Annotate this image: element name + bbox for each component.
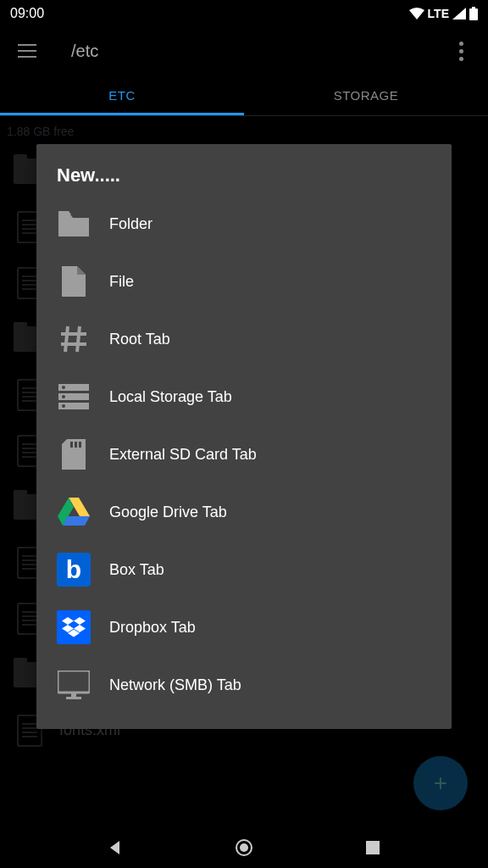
svg-rect-11 <box>58 670 90 693</box>
home-button[interactable] <box>230 834 258 861</box>
dialog-item-label: Dropbox Tab <box>109 619 196 637</box>
svg-rect-13 <box>66 697 81 699</box>
dialog-title: New..... <box>36 164 452 195</box>
folder-icon <box>57 207 91 241</box>
dialog-item-box[interactable]: bBox Tab <box>36 541 452 598</box>
home-icon <box>235 838 253 857</box>
new-dialog: New..... FolderFileRoot TabLocal Storage… <box>36 144 452 729</box>
dialog-item-label: External SD Card Tab <box>109 446 257 464</box>
dialog-item-label: Box Tab <box>109 561 164 579</box>
svg-point-15 <box>240 843 248 852</box>
file-icon <box>57 264 91 298</box>
dialog-item-label: Folder <box>109 215 152 233</box>
dialog-item-label: Local Storage Tab <box>109 388 232 406</box>
svg-rect-10 <box>79 442 81 448</box>
nav-bar <box>0 827 488 868</box>
dialog-overlay[interactable]: New..... FolderFileRoot TabLocal Storage… <box>0 0 488 868</box>
back-icon <box>107 839 124 856</box>
svg-rect-16 <box>366 841 380 854</box>
dialog-item-label: File <box>109 273 134 291</box>
svg-point-6 <box>62 395 65 398</box>
dropbox-icon <box>57 610 91 644</box>
dialog-item-dropbox[interactable]: Dropbox Tab <box>36 598 452 656</box>
dialog-item-label: Google Drive Tab <box>109 504 227 521</box>
dialog-item-label: Root Tab <box>109 331 170 348</box>
dialog-item-folder[interactable]: Folder <box>36 195 452 253</box>
dialog-item-label: Network (SMB) Tab <box>109 676 241 694</box>
monitor-icon <box>57 668 91 702</box>
svg-rect-8 <box>70 442 73 448</box>
gdrive-icon <box>57 495 91 529</box>
svg-point-7 <box>62 404 65 408</box>
dialog-item-hash[interactable]: Root Tab <box>36 310 452 368</box>
svg-point-5 <box>62 386 65 389</box>
square-icon <box>365 840 380 855</box>
dialog-item-sd[interactable]: External SD Card Tab <box>36 426 452 483</box>
dialog-item-gdrive[interactable]: Google Drive Tab <box>36 483 452 541</box>
dialog-item-file[interactable]: File <box>36 253 452 310</box>
dialog-item-storage[interactable]: Local Storage Tab <box>36 368 452 426</box>
storage-icon <box>57 380 91 414</box>
hash-icon <box>57 322 91 356</box>
svg-rect-9 <box>75 442 77 448</box>
back-button[interactable] <box>102 834 129 861</box>
recents-button[interactable] <box>359 834 386 861</box>
box-icon: b <box>57 553 91 587</box>
sd-icon <box>57 437 91 471</box>
svg-rect-12 <box>71 693 76 697</box>
dialog-item-monitor[interactable]: Network (SMB) Tab <box>36 656 452 714</box>
